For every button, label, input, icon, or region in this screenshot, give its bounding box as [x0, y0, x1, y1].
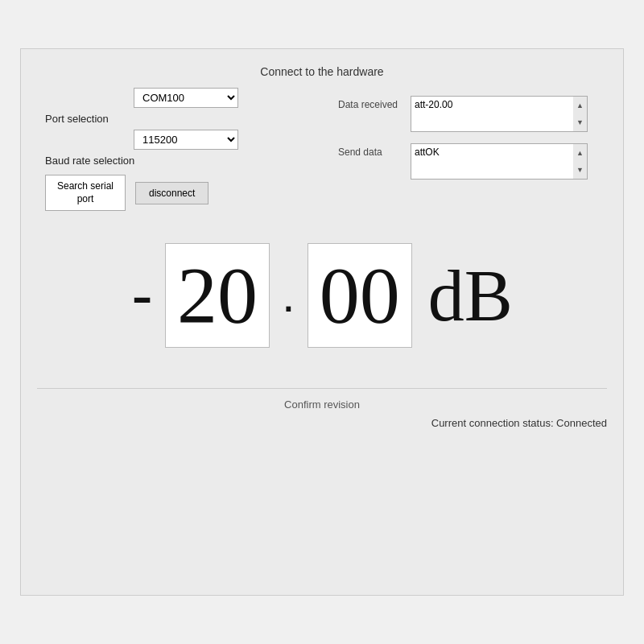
footer: Confirm revision Current connection stat…	[21, 388, 623, 437]
button-row: Search serial port disconnect	[45, 175, 306, 211]
search-serial-port-button[interactable]: Search serial port	[45, 175, 126, 211]
data-received-scroll-up[interactable]: ▲	[573, 97, 587, 114]
top-panel: COM100 COM1 COM2 COM3 Port selection 115…	[21, 88, 623, 211]
baud-selection-label: Baud rate selection	[45, 155, 134, 167]
attenuation-display: - 20 . 00 dB	[21, 243, 623, 348]
send-data-scroll-down[interactable]: ▼	[573, 162, 587, 180]
data-received-scrollbar: ▲ ▼	[573, 96, 588, 132]
send-data-textarea[interactable]: attOK	[411, 143, 588, 180]
integer-digit-box: 20	[165, 243, 270, 348]
send-data-group: Send data attOK ▲ ▼	[338, 143, 599, 180]
data-received-group: Data received att-20.00 ▲ ▼	[338, 96, 599, 132]
section-title: Connect to the hardware	[21, 65, 623, 78]
disconnect-button[interactable]: disconnect	[135, 182, 208, 204]
data-received-scroll-down[interactable]: ▼	[573, 114, 587, 132]
right-controls: Data received att-20.00 ▲ ▼ Send data at…	[338, 88, 599, 180]
port-selection-label: Port selection	[45, 113, 109, 125]
send-data-container: attOK ▲ ▼	[411, 143, 588, 180]
data-received-textarea[interactable]: att-20.00	[411, 96, 588, 132]
confirm-revision-label: Confirm revision	[21, 398, 623, 411]
connection-status-label: Current connection status: Connected	[21, 417, 623, 429]
send-data-scrollbar: ▲ ▼	[573, 143, 588, 180]
baud-dropdown[interactable]: 115200 9600 19200 38400 57600	[134, 130, 238, 150]
send-data-scroll-up[interactable]: ▲	[573, 144, 587, 162]
data-received-label: Data received	[338, 96, 402, 110]
minus-sign: -	[131, 263, 153, 328]
data-received-container: att-20.00 ▲ ▼	[411, 96, 588, 132]
left-controls: COM100 COM1 COM2 COM3 Port selection 115…	[45, 88, 306, 211]
decimal-dot: .	[282, 271, 295, 320]
main-panel: Connect to the hardware COM100 COM1 COM2…	[20, 48, 624, 596]
send-data-label: Send data	[338, 143, 402, 158]
decimal-digit-box: 00	[308, 243, 412, 348]
db-unit-label: dB	[428, 254, 513, 337]
divider	[37, 388, 607, 389]
port-dropdown[interactable]: COM100 COM1 COM2 COM3	[134, 88, 238, 108]
